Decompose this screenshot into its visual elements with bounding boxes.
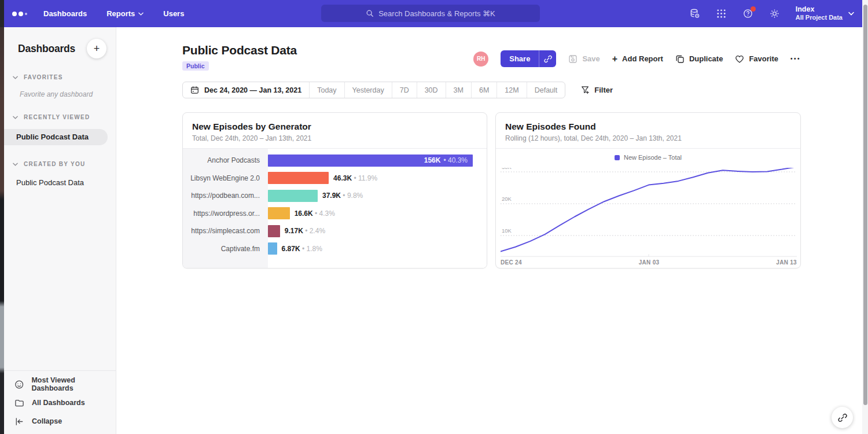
heart-icon	[735, 54, 744, 64]
date-range-box: Dec 24, 2020 — Jan 13, 2021 TodayYesterd…	[182, 82, 565, 98]
bar-percent: • 2.4%	[303, 227, 325, 235]
scrollbar-thumb[interactable]	[863, 5, 867, 405]
folder-icon	[14, 398, 24, 408]
bar-segment[interactable]	[268, 190, 318, 202]
favorites-empty-text: Favorite any dashboard	[20, 90, 116, 98]
all-dashboards-button[interactable]: All Dashboards	[4, 393, 116, 412]
sidebar: Dashboards + FAVORITES Favorite any dash…	[4, 27, 116, 434]
bar-row[interactable]: Captivate.fm6.87K • 1.8%	[183, 240, 487, 258]
notification-badge	[751, 6, 756, 12]
x-tick: JAN 03	[639, 259, 660, 266]
vertical-scrollbar[interactable]	[862, 0, 868, 434]
background-window-edge	[0, 0, 4, 434]
line-card-header: New Episodes Found Rolling (12 hours), t…	[496, 113, 800, 149]
share-button[interactable]: Share	[501, 50, 539, 67]
bar-category-label: https://podbean.com...	[183, 192, 268, 200]
avatar[interactable]: RH	[473, 52, 488, 67]
filter-button[interactable]: Filter	[581, 86, 613, 94]
nav-reports[interactable]: Reports	[106, 9, 144, 18]
chevron-down-icon	[13, 76, 18, 79]
more-options-button[interactable]: •••	[790, 56, 801, 62]
collapse-icon	[14, 417, 24, 426]
nav-dashboards[interactable]: Dashboards	[43, 9, 87, 18]
legend-label: New Episode – Total	[624, 154, 682, 161]
data-sources-icon[interactable]	[689, 8, 701, 20]
date-preset-7d[interactable]: 7D	[392, 82, 417, 98]
search-placeholder: Search Dashboards & Reports ⌘K	[378, 9, 495, 18]
section-favorites[interactable]: FAVORITES	[13, 74, 116, 80]
bar-value: 46.3K	[333, 174, 352, 182]
calendar-icon	[190, 86, 199, 94]
section-recently-viewed[interactable]: RECENTLY VIEWED	[13, 114, 116, 120]
date-preset-today[interactable]: Today	[309, 82, 344, 98]
bar-value-label: 16.6K • 4.3%	[295, 209, 335, 218]
top-navbar: Dashboards Reports Users Search Dashboar…	[4, 0, 862, 27]
date-preset-30d[interactable]: 30D	[417, 82, 446, 98]
line-plot[interactable]: 30K20K10K	[501, 168, 797, 257]
sidebar-item-public-podcast-data[interactable]: Public Podcast Data	[4, 129, 108, 145]
app-logo[interactable]	[12, 12, 27, 16]
bar-percent: • 9.8%	[341, 192, 363, 200]
action-bar: RH Share Save + Add Report	[473, 50, 801, 67]
section-created-by-you[interactable]: CREATED BY YOU	[13, 161, 116, 167]
bar-value-label: 37.9K • 9.8%	[322, 192, 363, 200]
bar-row[interactable]: https://simplecast.com9.17K • 2.4%	[183, 222, 487, 240]
save-button[interactable]: Save	[568, 54, 599, 64]
bar-chart-title: New Episodes by Generator	[192, 122, 477, 132]
add-report-button[interactable]: + Add Report	[612, 54, 663, 64]
favorite-button[interactable]: Favorite	[735, 54, 778, 64]
bar-segment[interactable]	[268, 225, 280, 237]
chevron-down-icon	[13, 116, 18, 119]
copy-link-button[interactable]	[539, 50, 556, 67]
public-badge: Public	[182, 61, 209, 71]
bar-segment[interactable]: 156K• 40.3%	[268, 155, 473, 167]
line-plot-svg: 30K20K10K	[501, 168, 797, 257]
line-chart-title: New Episodes Found	[505, 122, 791, 132]
bar-card-header: New Episodes by Generator Total, Dec 24t…	[183, 113, 487, 149]
chevron-down-icon	[13, 163, 18, 166]
sidebar-item-public-podcast-data[interactable]: Public Podcast Data	[4, 178, 116, 187]
bar-category-label: https://simplecast.com	[183, 227, 268, 235]
settings-gear-icon[interactable]	[769, 8, 781, 20]
bar-segment[interactable]	[268, 242, 277, 255]
apps-grid-icon[interactable]	[716, 8, 727, 20]
bar-row[interactable]: Anchor Podcasts156K• 40.3%	[183, 152, 487, 170]
link-icon	[838, 413, 847, 422]
bar-chart-card[interactable]: New Episodes by Generator Total, Dec 24t…	[182, 112, 487, 269]
help-icon[interactable]	[742, 8, 754, 20]
new-dashboard-button[interactable]: +	[87, 39, 106, 58]
x-tick: JAN 13	[776, 259, 797, 266]
plus-icon: +	[612, 54, 617, 64]
duplicate-button[interactable]: Duplicate	[675, 54, 723, 64]
bar-row[interactable]: https://wordpress.or...16.6K • 4.3%	[183, 205, 487, 223]
main-content: Public Podcast Data Public RH Share Save	[116, 27, 862, 434]
sidebar-footer: Most Viewed Dashboards All Dashboards Co…	[4, 370, 116, 434]
search-input[interactable]: Search Dashboards & Reports ⌘K	[321, 5, 540, 22]
date-preset-12m[interactable]: 12M	[496, 82, 526, 98]
date-preset-6m[interactable]: 6M	[471, 82, 496, 98]
collapse-sidebar-button[interactable]: Collapse	[4, 412, 116, 431]
bar-segment[interactable]	[268, 172, 329, 184]
line-chart-card[interactable]: New Episodes Found Rolling (12 hours), t…	[495, 112, 801, 269]
chart-legend[interactable]: New Episode – Total	[496, 149, 800, 161]
bar-value: 9.17K	[285, 227, 303, 235]
project-switcher[interactable]: Index All Project Data	[796, 5, 854, 22]
bar-row[interactable]: https://podbean.com...37.9K • 9.8%	[183, 187, 487, 205]
bar-chart-subtitle: Total, Dec 24th, 2020 – Jan 13th, 2021	[192, 134, 477, 142]
copy-page-link-fab[interactable]	[832, 407, 853, 428]
svg-text:20K: 20K	[502, 196, 512, 202]
date-preset-3m[interactable]: 3M	[446, 82, 471, 98]
date-preset-yesterday[interactable]: Yesterday	[344, 82, 392, 98]
most-viewed-dashboards-button[interactable]: Most Viewed Dashboards	[4, 375, 116, 393]
project-name: Index	[796, 5, 843, 14]
title-block: Public Podcast Data Public	[182, 43, 297, 71]
date-range-picker[interactable]: Dec 24, 2020 — Jan 13, 2021	[183, 82, 309, 98]
primary-nav: Dashboards Reports Users	[43, 9, 184, 18]
bar-segment[interactable]	[268, 207, 290, 219]
bar-track: 37.9K • 9.8%	[268, 190, 487, 202]
svg-text:30K: 30K	[502, 168, 512, 170]
date-preset-default[interactable]: Default	[527, 82, 565, 98]
date-presets: TodayYesterday7D30D3M6M12MDefault	[309, 82, 565, 98]
nav-users[interactable]: Users	[163, 9, 184, 18]
bar-row[interactable]: Libsyn WebEngine 2.046.3K • 11.9%	[183, 170, 487, 187]
